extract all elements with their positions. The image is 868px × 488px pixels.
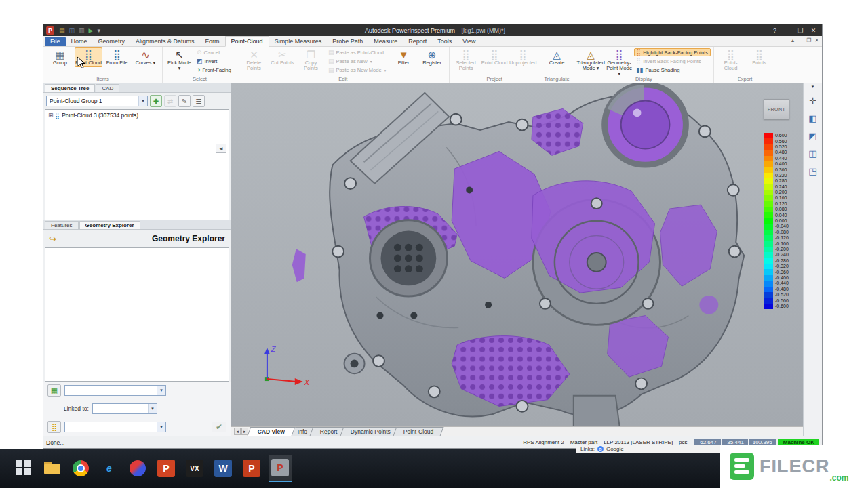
powerpoint-icon[interactable]: P: [155, 455, 178, 482]
ribbon-button-curves[interactable]: ∿Curves ▾: [132, 47, 159, 67]
ribbon-tab-tools[interactable]: Tools: [432, 37, 457, 46]
ribbon-button-geometry-point-mode[interactable]: ⣿Geometry-Point Mode ▾: [606, 47, 633, 78]
ribbon-tab-point-cloud[interactable]: Point-Cloud: [225, 36, 269, 47]
ribbon-button-from-file[interactable]: ⣿From File: [103, 47, 131, 67]
transfer-group-button[interactable]: ⇄: [164, 95, 176, 107]
ribbon-button-register[interactable]: ⊕Register: [418, 47, 446, 67]
cube-faces-icon[interactable]: ◫: [806, 146, 821, 161]
pan-icon[interactable]: ✛: [806, 93, 821, 108]
ribbon-button-delete-points[interactable]: ✕Delete Points: [240, 47, 268, 73]
ribbon-button-selected-points[interactable]: ⣿Selected Points: [452, 47, 480, 73]
close-button[interactable]: ✕: [808, 27, 819, 34]
vx-app-icon[interactable]: VX: [183, 455, 206, 482]
ribbon-tab-probe-path[interactable]: Probe Path: [327, 37, 368, 46]
ribbon-button-invert-back-facing-points[interactable]: ⣿Invert Back-Facing Points: [634, 57, 711, 65]
ribbon-button-cancel[interactable]: ⊘Cancel: [194, 48, 234, 56]
word-icon[interactable]: W: [212, 455, 235, 482]
view-tab-point-cloud[interactable]: Point-Cloud: [393, 427, 443, 436]
tree-insert-button[interactable]: ◄: [216, 144, 226, 153]
ribbon-group-project: ⣿Selected Points⣿Point Cloud⣿Unprojected…: [450, 47, 540, 83]
toolbar-options-icon[interactable]: ▾: [97, 26, 100, 35]
play-icon[interactable]: ▶: [89, 26, 94, 35]
left-arrow-icon[interactable]: ◄: [234, 428, 241, 435]
help-button[interactable]: ?: [769, 27, 781, 34]
tab-features[interactable]: Features: [45, 221, 79, 229]
powerinspect-logo-icon[interactable]: P: [46, 26, 54, 35]
print-icon[interactable]: ▥: [79, 26, 85, 35]
save-icon[interactable]: ◫: [69, 26, 75, 35]
ribbon-button-invert[interactable]: ◩Invert: [194, 57, 234, 65]
ribbon-button-point-cloud[interactable]: ⣿Point Cloud: [481, 47, 509, 67]
ribbon-button-filter[interactable]: ▼Filter: [390, 47, 418, 67]
ribbon-tab-measure[interactable]: Measure: [368, 37, 403, 46]
group-list-button[interactable]: ☰: [193, 95, 205, 107]
powerinspect-app-icon[interactable]: P: [269, 455, 292, 482]
color-scale-swatch: [764, 258, 773, 264]
browser-icon[interactable]: [126, 455, 149, 482]
points-select[interactable]: ▼: [64, 422, 166, 432]
cad-viewport[interactable]: Z X FRONT 0.6000.5600.5200.4800.4400.400…: [231, 83, 803, 426]
powerpoint2-icon[interactable]: P: [240, 455, 263, 482]
ribbon-button-triangulated-mode[interactable]: ◬Triangulated Mode ▾: [577, 47, 605, 73]
edit-group-button[interactable]: ✎: [178, 95, 191, 107]
ribbon-button-pause-shading[interactable]: ▮▮Pause Shading: [634, 66, 711, 74]
ribbon-button-unprojected[interactable]: ⣿Unprojected: [509, 47, 537, 67]
doc-close-button[interactable]: ✕: [814, 37, 819, 43]
ribbon-button-paste-as-new[interactable]: ▤Paste as New▾: [326, 57, 389, 65]
ribbon-button-point-cloud[interactable]: ⣿Point-Cloud: [717, 47, 745, 73]
view-tab-dynamic-points[interactable]: Dynamic Points: [340, 427, 401, 436]
ribbon-tab-geometry[interactable]: Geometry: [93, 37, 131, 46]
open-file-icon[interactable]: ▤: [59, 26, 65, 35]
view-tab-cad-view[interactable]: CAD View: [248, 427, 296, 436]
ribbon-tab-simple-measures[interactable]: Simple Measures: [269, 37, 328, 46]
tab-cad[interactable]: CAD: [96, 84, 119, 92]
view-tab-label: Report: [320, 428, 338, 436]
color-scale-value: -0.520: [775, 292, 789, 298]
point-cloud-group-select[interactable]: Point-Cloud Group 1 ▼: [46, 96, 148, 106]
ribbon-button-points[interactable]: ⣿Points: [745, 47, 773, 67]
ribbon-button-group[interactable]: ▦Group: [46, 47, 74, 67]
tree-item[interactable]: ⊞⣿Point-Cloud 3 (307534 points): [45, 110, 229, 121]
chevron-down-icon[interactable]: ▼: [811, 85, 815, 89]
minimize-button[interactable]: —: [782, 27, 793, 34]
linked-to-select[interactable]: ▼: [92, 403, 157, 414]
ribbon-tab-alignments-datums[interactable]: Alignments & Datums: [130, 37, 200, 46]
cube-wire-icon[interactable]: ◳: [806, 163, 821, 178]
doc-restore-button[interactable]: ❐: [806, 37, 811, 43]
ribbon-tab-form[interactable]: Form: [200, 37, 225, 46]
tab-sequence-tree[interactable]: Sequence Tree: [45, 84, 95, 92]
new-geometry-button[interactable]: ▦: [47, 384, 61, 396]
add-to-group-button[interactable]: ✚: [150, 95, 162, 107]
doc-minimize-button[interactable]: —: [797, 37, 803, 43]
file-explorer-icon[interactable]: [41, 455, 64, 482]
cube-solid-icon[interactable]: ◧: [806, 110, 821, 125]
expander-icon[interactable]: ⊞: [48, 112, 54, 119]
ribbon-button-create[interactable]: ◬Create: [543, 47, 571, 67]
ribbon-button-pick-mode[interactable]: ↖Pick Mode ▾: [165, 47, 193, 73]
chrome-icon[interactable]: [69, 455, 92, 482]
new-points-button[interactable]: ⣿: [47, 421, 61, 433]
tab-geometry-explorer[interactable]: Geometry Explorer: [79, 221, 140, 229]
ribbon-button-front-facing[interactable]: ◑Front-Facing: [194, 66, 234, 74]
apply-button[interactable]: ✔: [212, 422, 226, 432]
start-button[interactable]: [12, 455, 35, 482]
ribbon-tab-file[interactable]: File: [45, 37, 66, 46]
ribbon-button-copy-points[interactable]: ❐Copy Points: [297, 47, 325, 73]
view-cube[interactable]: FRONT: [764, 99, 789, 119]
ribbon-button-paste-as-new-mode[interactable]: ▤Paste as New Mode▾: [326, 66, 389, 74]
cube-shaded-icon[interactable]: ◩: [806, 128, 821, 143]
color-scale-swatch: [764, 235, 773, 241]
restore-button[interactable]: ❐: [795, 27, 806, 34]
internet-explorer-icon[interactable]: e: [98, 455, 121, 482]
cad-model-svg[interactable]: Z X: [231, 83, 803, 426]
collapse-ribbon-button[interactable]: ▴: [791, 37, 794, 43]
ribbon-button-paste-as-point-cloud[interactable]: ▤Paste as Point-Cloud: [326, 48, 389, 56]
google-link[interactable]: Google: [606, 446, 624, 452]
ribbon-tab-report[interactable]: Report: [403, 37, 432, 46]
geometry-select[interactable]: ▼: [64, 385, 166, 396]
geometry-explorer-panel[interactable]: [45, 247, 229, 382]
ribbon-button-cut-points[interactable]: ✂Cut Points: [269, 47, 296, 67]
ribbon-button-highlight-back-facing-points[interactable]: ⣿Highlight Back-Facing Points: [634, 48, 711, 56]
ribbon-tab-home[interactable]: Home: [66, 37, 93, 46]
ribbon-tab-view[interactable]: View: [457, 37, 481, 46]
